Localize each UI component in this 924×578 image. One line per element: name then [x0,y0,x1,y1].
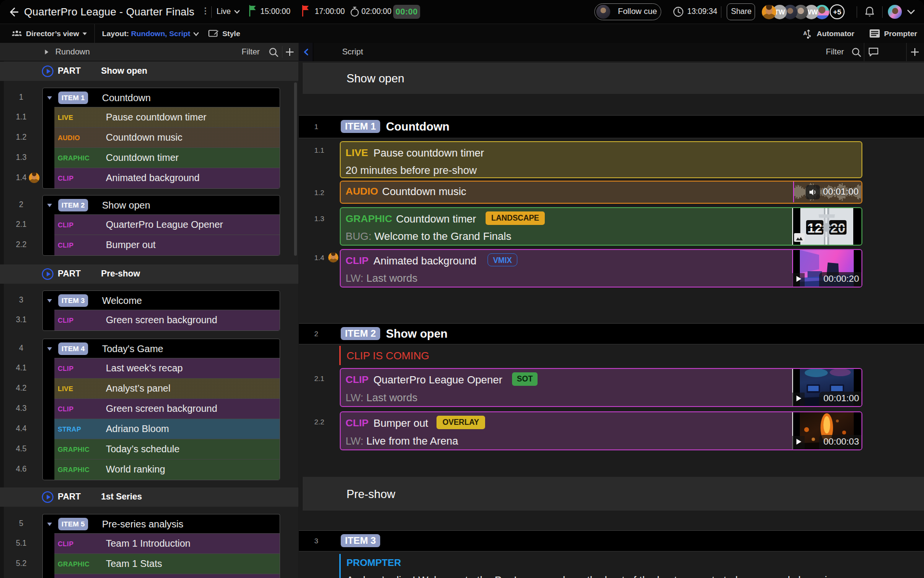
svg-text:20: 20 [830,221,845,236]
svg-text:A: A [803,30,807,36]
svg-text:12: 12 [807,221,822,236]
